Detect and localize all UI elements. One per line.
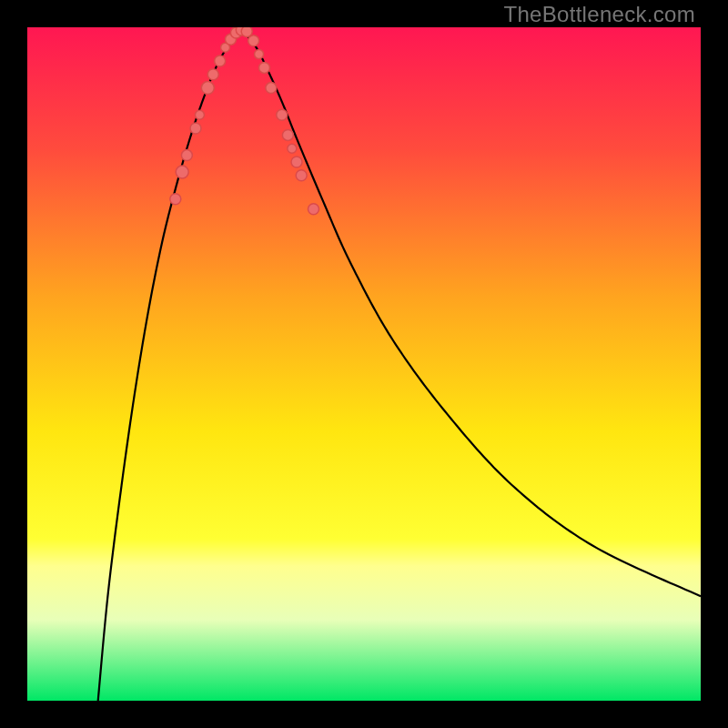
plot-area [27,27,701,701]
data-point [255,50,264,59]
data-point [308,204,319,215]
data-point [170,194,181,205]
data-point [296,170,307,181]
data-point [201,82,214,95]
data-point [288,144,297,153]
chart-container: TheBottleneck.com [0,0,728,728]
data-point [176,166,188,178]
data-point [195,110,204,119]
data-point [207,69,218,80]
data-point [190,123,201,134]
chart-svg [27,27,701,701]
data-point [248,35,259,46]
data-point [277,109,288,120]
data-point [215,56,226,66]
data-point [181,150,192,161]
data-point [282,129,293,140]
gradient-background [27,27,701,701]
watermark-text: TheBottleneck.com [503,2,695,27]
data-point [266,83,277,94]
data-point [291,157,302,167]
data-point [258,62,269,73]
